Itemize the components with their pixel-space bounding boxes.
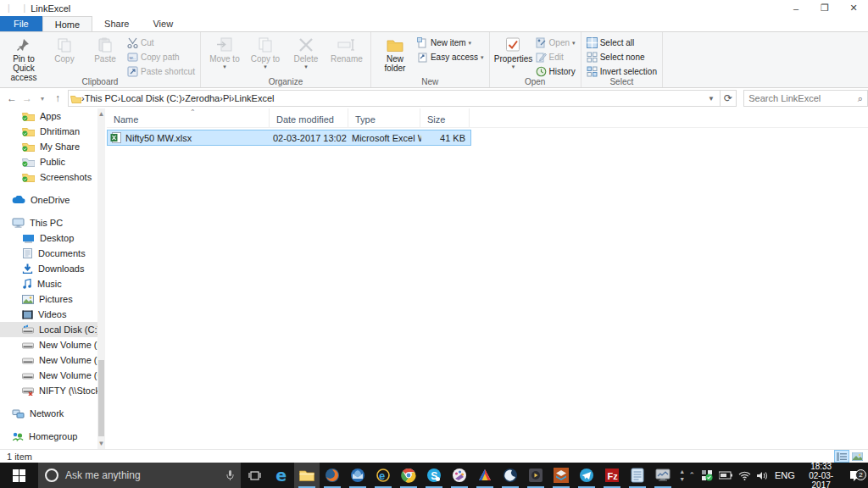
sidebar-item-new-volume-d[interactable]: New Volume (D: — [0, 337, 105, 352]
ribbon-button-history[interactable]: History — [534, 64, 577, 78]
recent-locations-icon[interactable]: ▾ — [36, 95, 49, 103]
minimize-button[interactable]: – — [782, 0, 810, 16]
sidebar-item-homegroup[interactable]: Homegroup — [0, 429, 105, 444]
refresh-button[interactable]: ⟳ — [721, 90, 737, 107]
sidebar-item-dhritiman[interactable]: Dhritiman — [0, 124, 105, 139]
task-view-button[interactable] — [241, 463, 269, 488]
sync-status-icon[interactable] — [701, 469, 713, 481]
ribbon-button-copy[interactable]: Copy — [44, 34, 85, 64]
ribbon-button-new-folder[interactable]: New folder — [375, 34, 415, 74]
sidebar-item-local-disk-c[interactable]: Local Disk (C:) — [0, 322, 105, 337]
battery-icon[interactable] — [719, 471, 732, 480]
sidebar-item-videos[interactable]: Videos — [0, 307, 105, 322]
taskbar-icon-bluestacks[interactable] — [548, 463, 574, 488]
sidebar-item-new-volume-g[interactable]: New Volume (G: — [0, 368, 105, 383]
tab-share[interactable]: Share — [92, 16, 141, 31]
action-center-icon[interactable]: 2 — [848, 470, 865, 481]
taskbar-scroll-icons[interactable]: ▲▼ — [676, 463, 689, 488]
forward-button[interactable]: → — [20, 92, 34, 104]
breadcrumb-item[interactable]: Pi — [223, 93, 231, 103]
address-bar[interactable]: ›This PC›Local Disk (C:)›Zerodha›Pi›Link… — [68, 90, 721, 107]
taskbar-icon-firefox[interactable] — [320, 463, 345, 488]
ribbon-button-edit[interactable]: Edit — [534, 50, 577, 64]
sidebar-scroll-thumb[interactable] — [98, 360, 104, 436]
breadcrumb-item[interactable]: Zerodha — [185, 93, 220, 103]
taskbar-icon-chrome[interactable] — [396, 463, 421, 488]
column-header-date-modified[interactable]: Date modified — [270, 108, 348, 127]
ribbon-button-paste-shortcut[interactable]: Paste shortcut — [125, 64, 197, 78]
tab-home[interactable]: Home — [42, 16, 92, 31]
breadcrumb-item[interactable]: Local Disk (C:) — [120, 93, 181, 103]
ribbon-button-new-item[interactable]: New item▾ — [415, 36, 486, 49]
sidebar-item-apps[interactable]: Apps — [0, 108, 105, 124]
breadcrumb-item[interactable]: This PC — [85, 93, 118, 103]
sidebar-item-my-share[interactable]: My Share — [0, 139, 105, 154]
ribbon-button-delete[interactable]: Delete▾ — [286, 34, 326, 70]
wifi-icon[interactable] — [738, 471, 751, 480]
address-dropdown-icon[interactable]: ▼ — [704, 95, 718, 103]
ribbon-button-select-none[interactable]: Select none — [585, 50, 659, 64]
taskbar-icon-filezilla[interactable]: Fz — [599, 463, 625, 488]
up-button[interactable]: ↑ — [51, 92, 64, 104]
large-icons-view-button[interactable] — [849, 450, 865, 463]
column-header-type[interactable]: Type — [348, 108, 420, 127]
microphone-icon[interactable] — [226, 470, 234, 481]
quick-access-toolbar[interactable]: || — [0, 3, 25, 13]
tray-chevron-up-icon[interactable]: ⌃ — [688, 471, 695, 480]
taskbar-icon-system-monitor[interactable] — [650, 463, 676, 488]
file-list-pane[interactable]: ⌃ NameDate modifiedTypeSize Nifty50 MW.x… — [107, 108, 868, 449]
ribbon-button-properties[interactable]: Properties▾ — [493, 34, 534, 70]
back-button[interactable]: ← — [5, 92, 19, 104]
taskbar-icon-file-explorer[interactable] — [294, 463, 320, 488]
ribbon-button-rename[interactable]: Rename — [326, 34, 367, 64]
taskbar-icon-media-app[interactable] — [523, 463, 548, 488]
taskbar-icon-skype[interactable]: S — [421, 463, 447, 488]
ribbon-button-copy-path[interactable]: w..Copy path — [125, 50, 197, 64]
tab-view[interactable]: View — [141, 16, 185, 31]
start-button[interactable] — [0, 463, 38, 488]
scroll-down-icon[interactable]: ▼ — [97, 440, 105, 447]
taskbar-icon-edge[interactable]: e — [269, 463, 294, 488]
column-header-name[interactable]: Name — [107, 108, 270, 127]
taskbar-icon-zerodha-pi[interactable] — [472, 463, 498, 488]
taskbar-icon-notepad[interactable] — [625, 463, 650, 488]
language-indicator[interactable]: ENG — [775, 470, 795, 480]
sidebar-item-public[interactable]: Public — [0, 154, 105, 169]
ribbon-button-pin-to-quick-access[interactable]: Pin to Quick access — [3, 34, 44, 83]
ribbon-button-paste[interactable]: Paste — [85, 34, 125, 64]
restore-button[interactable]: ❐ — [810, 0, 839, 16]
ribbon-button-copy-to[interactable]: Copy to▾ — [245, 34, 286, 70]
scroll-up-icon[interactable]: ▲ — [97, 110, 105, 118]
breadcrumb-item[interactable]: LinkExcel — [234, 93, 274, 103]
sidebar-item-screenshots[interactable]: Screenshots — [0, 169, 105, 185]
sidebar-item-music[interactable]: Music — [0, 276, 105, 291]
cortana-search[interactable]: Ask me anything — [38, 463, 241, 488]
sidebar-item-pictures[interactable]: Pictures — [0, 291, 105, 307]
sidebar-item-this-pc[interactable]: This PC — [0, 215, 105, 230]
column-header-size[interactable]: Size — [420, 108, 470, 127]
ribbon-button-move-to[interactable]: Move to▾ — [204, 34, 245, 70]
volume-icon[interactable] — [757, 471, 769, 480]
sidebar-item-documents[interactable]: Documents — [0, 246, 105, 261]
ribbon-button-cut[interactable]: Cut — [125, 36, 197, 49]
taskbar-icon-internet-explorer[interactable]: e — [370, 463, 396, 488]
sidebar-item-new-volume-f[interactable]: New Volume (F:) — [0, 352, 105, 368]
search-box[interactable]: Search LinkExcel ⌕ — [743, 90, 868, 107]
sidebar-item-onedrive[interactable]: OneDrive — [0, 192, 105, 208]
tab-file[interactable]: File — [0, 16, 42, 31]
sidebar-item-nifty-stockm[interactable]: NIFTY (\\Stockm — [0, 383, 105, 398]
sidebar-item-desktop[interactable]: Desktop — [0, 230, 105, 246]
taskbar-icon-photoscape[interactable] — [447, 463, 472, 488]
sidebar-item-downloads[interactable]: Downloads — [0, 261, 105, 276]
clock[interactable]: 18:33 02-03-2017 — [801, 462, 842, 488]
sidebar-item-network[interactable]: Network — [0, 406, 105, 421]
ribbon-button-invert-selection[interactable]: Invert selection — [585, 64, 659, 78]
close-button[interactable]: ✕ — [839, 0, 868, 16]
file-row[interactable]: Nifty50 MW.xlsx02-03-2017 13:02Microsoft… — [107, 130, 471, 146]
taskbar-icon-moon-app[interactable] — [498, 463, 523, 488]
ribbon-button-easy-access[interactable]: Easy access▾ — [415, 50, 486, 64]
taskbar-icon-telegram[interactable] — [574, 463, 599, 488]
ribbon-button-open[interactable]: Open▾ — [534, 36, 577, 49]
taskbar-icon-thunderbird[interactable] — [345, 463, 370, 488]
ribbon-button-select-all[interactable]: Select all — [585, 36, 659, 49]
